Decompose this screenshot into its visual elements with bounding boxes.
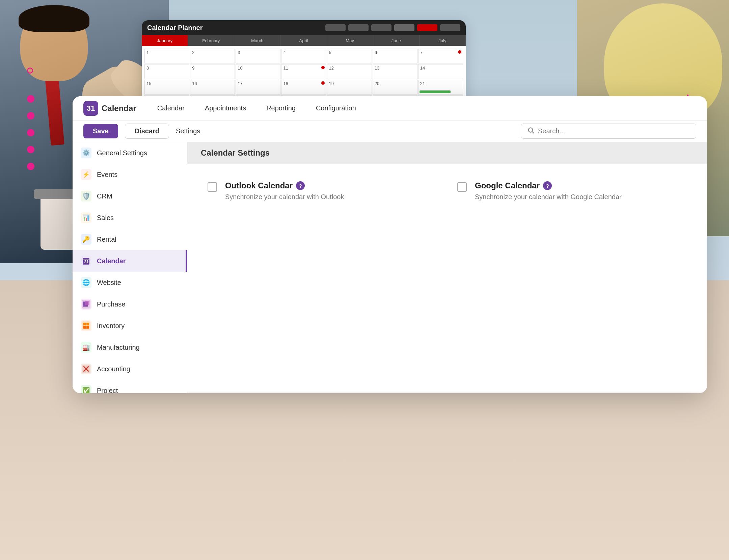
rental-icon: 🔑 [81, 234, 91, 245]
setting-item-google: Google Calendar ? Synchronize your calen… [457, 181, 687, 201]
setting-item-outlook: Outlook Calendar ? Synchronize your cale… [208, 181, 437, 201]
sidebar-label-rental: Rental [97, 236, 116, 243]
cal-day: 13 [373, 64, 417, 79]
main-app-card: 31 Calendar Calendar Appointments Report… [73, 96, 707, 393]
sidebar-item-manufacturing[interactable]: 🏭 Manufacturing [73, 337, 187, 358]
app-logo: 31 Calendar [83, 101, 136, 116]
sidebar-item-general-settings[interactable]: ⚙️ General Settings [73, 142, 187, 164]
outlook-calendar-info: Outlook Calendar ? Synchronize your cale… [225, 181, 344, 201]
sidebar-item-sales[interactable]: 📊 Sales [73, 207, 187, 229]
general-settings-icon: ⚙️ [81, 148, 91, 158]
nav-item-calendar[interactable]: Calendar [154, 102, 188, 114]
cal-day: 20 [373, 80, 417, 95]
logo-text: Calendar [102, 104, 136, 113]
sidebar-label-purchase: Purchase [97, 300, 126, 308]
main-settings-content: Calendar Settings Outlook Calendar ? Syn… [187, 142, 707, 393]
search-input[interactable] [538, 127, 690, 135]
toolbar: Save Discard Settings [73, 121, 707, 142]
cal-day: 12 [327, 64, 372, 79]
google-calendar-info: Google Calendar ? Synchronize your calen… [475, 181, 622, 201]
sidebar-label-events: Events [97, 171, 117, 179]
svg-point-0 [529, 128, 533, 132]
cal-day: 14 [418, 64, 463, 79]
logo-icon: 31 [83, 101, 98, 116]
cal-day: 18 [281, 80, 326, 95]
sidebar-label-sales: Sales [97, 214, 114, 222]
sidebar-label-website: Website [97, 279, 121, 287]
discard-button[interactable]: Discard [125, 124, 169, 139]
cal-day: 5 [327, 49, 372, 63]
cal-day: 15 [144, 80, 189, 95]
cal-day: 1 [144, 49, 189, 63]
google-help-icon[interactable]: ? [543, 181, 552, 190]
cal-day: 16 [190, 80, 235, 95]
sidebar-label-general-settings: General Settings [97, 149, 147, 157]
google-calendar-checkbox[interactable] [457, 182, 467, 192]
crm-icon: 🛡️ [81, 191, 91, 202]
bg-cal-month: February [188, 35, 234, 46]
nav-item-reporting[interactable]: Reporting [263, 102, 299, 114]
nav-item-configuration[interactable]: Configuration [313, 102, 359, 114]
content-area: ⚙️ General Settings ⚡ Events 🛡️ CRM 📊 Sa… [73, 142, 707, 393]
decorative-dots [27, 68, 34, 180]
svg-rect-7 [85, 301, 89, 305]
sidebar-label-manufacturing: Manufacturing [97, 344, 140, 351]
purchase-icon [81, 299, 91, 310]
calendar-icon: 31 [81, 256, 91, 266]
svg-text:31: 31 [84, 260, 89, 264]
sidebar-label-crm: CRM [97, 192, 112, 200]
search-box [521, 124, 696, 139]
sidebar-label-inventory: Inventory [97, 322, 125, 330]
sidebar-item-project[interactable]: ✅ Project [73, 380, 187, 393]
search-icon [527, 127, 535, 136]
bg-cal-month-active: January [142, 35, 188, 46]
cal-day: 7 [418, 49, 463, 63]
nav-item-appointments[interactable]: Appointments [201, 102, 249, 114]
cal-day: 11 [281, 64, 326, 79]
bg-cal-month: March [234, 35, 280, 46]
sidebar-item-accounting[interactable]: Accounting [73, 358, 187, 380]
bg-cal-month: April [280, 35, 327, 46]
outlook-help-icon[interactable]: ? [296, 181, 305, 190]
bg-cal-month: June [373, 35, 420, 46]
settings-sidebar: ⚙️ General Settings ⚡ Events 🛡️ CRM 📊 Sa… [73, 142, 187, 393]
page-title: Settings [176, 127, 200, 135]
cal-day: 3 [236, 49, 280, 63]
content-body: Outlook Calendar ? Synchronize your cale… [187, 164, 707, 392]
save-button[interactable]: Save [83, 124, 118, 138]
bg-cal-month: July [420, 35, 466, 46]
sidebar-item-inventory[interactable]: Inventory [73, 315, 187, 337]
svg-line-1 [532, 132, 534, 133]
sidebar-item-crm[interactable]: 🛡️ CRM [73, 185, 187, 207]
sidebar-label-accounting: Accounting [97, 365, 130, 373]
cal-day: 2 [190, 49, 235, 63]
events-icon: ⚡ [81, 169, 91, 180]
inventory-icon [81, 320, 91, 331]
top-navigation: 31 Calendar Calendar Appointments Report… [73, 96, 707, 121]
sidebar-item-rental[interactable]: 🔑 Rental [73, 229, 187, 250]
sidebar-item-purchase[interactable]: Purchase [73, 293, 187, 315]
google-calendar-title: Google Calendar ? [475, 181, 622, 190]
outlook-calendar-desc: Synchronize your calendar with Outlook [225, 193, 344, 201]
accounting-icon [81, 364, 91, 374]
bg-cal-month: May [327, 35, 373, 46]
cal-day: 17 [236, 80, 280, 95]
cal-day: 9 [190, 64, 235, 79]
sidebar-item-calendar[interactable]: 31 Calendar [73, 250, 187, 272]
outlook-calendar-title: Outlook Calendar ? [225, 181, 344, 190]
cal-day: 8 [144, 64, 189, 79]
project-icon: ✅ [81, 385, 91, 393]
settings-grid: Outlook Calendar ? Synchronize your cale… [208, 181, 687, 201]
outlook-calendar-checkbox[interactable] [208, 182, 217, 192]
google-calendar-desc: Synchronize your calendar with Google Ca… [475, 193, 622, 201]
content-section-title: Calendar Settings [187, 142, 707, 164]
sidebar-item-events[interactable]: ⚡ Events [73, 164, 187, 185]
website-icon: 🌐 [81, 277, 91, 288]
cal-day: 6 [373, 49, 417, 63]
sidebar-label-calendar: Calendar [97, 257, 126, 265]
sidebar-label-project: Project [97, 387, 118, 394]
cal-day: 10 [236, 64, 280, 79]
sidebar-item-website[interactable]: 🌐 Website [73, 272, 187, 293]
cal-day: 19 [327, 80, 372, 95]
sales-icon: 📊 [81, 212, 91, 223]
